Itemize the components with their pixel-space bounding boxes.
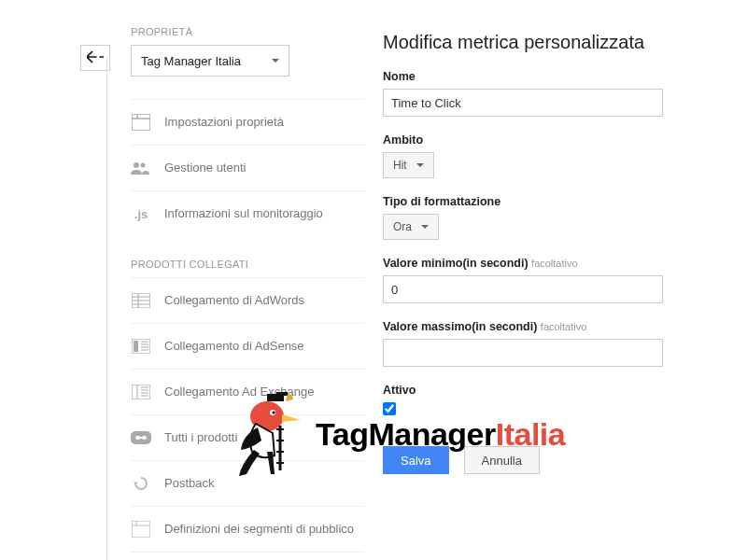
property-selector-value: Tag Manager Italia xyxy=(141,54,241,68)
scope-select[interactable]: Hit xyxy=(383,152,434,178)
format-value: Ora xyxy=(393,220,412,233)
optional-hint: facoltativo xyxy=(541,321,587,332)
sidebar-item-property-settings[interactable]: Impostazioni proprietà xyxy=(131,99,364,145)
audience-icon xyxy=(131,520,151,539)
min-input[interactable] xyxy=(383,275,663,303)
max-label: Valore massimo(in secondi) facoltativo xyxy=(383,320,700,333)
scope-label: Ambito xyxy=(383,133,700,147)
sidebar-item-adwords[interactable]: Collegamento di AdWords xyxy=(131,277,364,323)
sidebar-item-label: Tutti i prodotti xyxy=(164,430,237,446)
sidebar-item-label: Collegamento di AdWords xyxy=(164,293,304,309)
active-checkbox[interactable] xyxy=(383,402,396,415)
sidebar-item-label: Informazioni sul monitoraggio xyxy=(164,206,323,222)
sidebar-item-label: Postback xyxy=(164,476,214,492)
max-input[interactable] xyxy=(383,339,663,367)
caret-down-icon xyxy=(421,225,429,229)
name-label: Nome xyxy=(383,70,700,83)
sidebar-item-label: Gestione utenti xyxy=(164,161,246,176)
adexchange-icon xyxy=(131,383,151,401)
optional-hint: facoltativo xyxy=(531,258,578,269)
adsense-icon xyxy=(131,337,151,356)
caret-down-icon xyxy=(416,163,424,167)
adwords-icon xyxy=(131,291,151,310)
divider-line xyxy=(106,58,107,560)
sidebar-item-label: Definizioni dei segmenti di pubblico xyxy=(164,522,354,538)
svg-rect-25 xyxy=(138,437,144,439)
main-panel: Modifica metrica personalizzata Nome Amb… xyxy=(383,32,700,474)
postback-icon xyxy=(131,474,151,493)
sidebar-item-tracking-info[interactable]: .js Informazioni sul monitoraggio xyxy=(131,190,364,236)
users-icon xyxy=(131,159,151,177)
scope-value: Hit xyxy=(393,159,407,172)
link-icon xyxy=(131,428,151,447)
format-select[interactable]: Ora xyxy=(383,214,439,240)
sidebar-item-all-products[interactable]: Tutti i prodotti xyxy=(131,414,364,460)
format-label: Tipo di formattazione xyxy=(383,195,700,208)
svg-rect-0 xyxy=(132,114,150,131)
property-section-label: PROPRIETÀ xyxy=(131,26,364,37)
sidebar-item-postback[interactable]: Postback xyxy=(131,460,364,506)
caret-down-icon xyxy=(272,59,279,63)
sidebar-item-adsense[interactable]: Collegamento di AdSense xyxy=(131,323,364,369)
property-settings-icon xyxy=(131,113,151,132)
sidebar-item-label: Impostazioni proprietà xyxy=(164,115,284,131)
linked-products-section-label: PRODOTTI COLLEGATI xyxy=(131,259,364,270)
sidebar-item-audience-definitions[interactable]: Definizioni dei segmenti di pubblico xyxy=(131,506,364,553)
sidebar-item-label: Collegamento di AdSense xyxy=(164,339,304,355)
svg-rect-11 xyxy=(134,341,138,352)
svg-point-4 xyxy=(141,163,146,168)
sidebar-item-adexchange[interactable]: Collegamento Ad Exchange xyxy=(131,369,364,414)
sidebar-item-user-management[interactable]: Gestione utenti xyxy=(131,145,364,190)
name-input[interactable] xyxy=(383,89,663,117)
svg-point-3 xyxy=(134,162,139,168)
property-selector[interactable]: Tag Manager Italia xyxy=(131,45,289,77)
sidebar-item-label: Collegamento Ad Exchange xyxy=(164,385,314,400)
active-label: Attivo xyxy=(383,384,700,397)
cancel-button[interactable]: Annulla xyxy=(464,446,540,474)
page-title: Modifica metrica personalizzata xyxy=(383,32,700,53)
svg-rect-26 xyxy=(132,521,150,538)
sidebar: PROPRIETÀ Tag Manager Italia Impostazion… xyxy=(131,26,364,553)
button-row: Salva Annulla xyxy=(383,446,700,474)
save-button[interactable]: Salva xyxy=(383,446,449,474)
svg-rect-16 xyxy=(132,385,150,399)
js-icon: .js xyxy=(131,204,151,223)
min-label: Valore minimo(in secondi) facoltativo xyxy=(383,257,700,270)
back-arrow-icon xyxy=(87,50,104,66)
